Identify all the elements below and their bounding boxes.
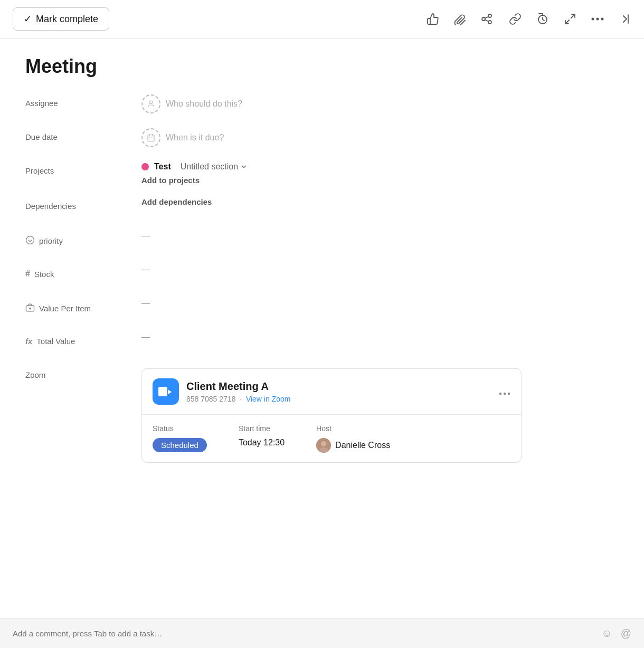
assignee-label: Assignee	[25, 94, 141, 108]
emoji-icon[interactable]: ☺	[601, 627, 612, 640]
bottom-bar-icons: ☺ @	[601, 627, 631, 640]
timer-icon[interactable]	[536, 13, 549, 25]
dependencies-row: Dependencies Add dependencies	[25, 197, 619, 218]
share-icon[interactable]	[480, 13, 494, 25]
zoom-start-time-label: Start time	[239, 424, 285, 433]
currency-icon	[25, 303, 35, 314]
priority-dash: —	[141, 231, 150, 241]
svg-line-6	[571, 14, 575, 18]
svg-point-9	[596, 18, 599, 21]
priority-value[interactable]: —	[141, 231, 619, 241]
projects-value: Test Untitled section Add to projects	[141, 162, 619, 185]
value-per-item-label: Value Per Item	[25, 299, 141, 314]
stock-dash: —	[141, 265, 150, 274]
svg-rect-13	[148, 135, 154, 141]
mark-complete-button[interactable]: ✓ Mark complete	[13, 7, 109, 31]
assignee-avatar-placeholder[interactable]	[141, 94, 160, 113]
add-to-projects-link[interactable]: Add to projects	[141, 176, 200, 185]
zoom-status-label: Status	[153, 424, 207, 433]
stock-row: # Stock —	[25, 265, 619, 286]
link-icon[interactable]	[509, 13, 522, 25]
toolbar-left: ✓ Mark complete	[13, 7, 109, 31]
bottom-bar: ☺ @	[0, 618, 644, 648]
stock-value[interactable]: —	[141, 265, 619, 274]
attachment-icon[interactable]	[454, 13, 466, 25]
due-date-row: Due date When is it due?	[25, 128, 619, 149]
project-color-dot	[141, 163, 149, 170]
priority-label: priority	[25, 231, 141, 246]
zoom-host-value: Danielle Cross	[316, 438, 390, 453]
zoom-icon	[153, 378, 179, 405]
svg-point-10	[601, 18, 604, 21]
svg-point-8	[592, 18, 594, 21]
svg-line-3	[485, 20, 489, 22]
zoom-logo-area: Client Meeting A 858 7085 2718 · View in…	[153, 378, 290, 405]
zoom-status-value: Scheduled	[153, 438, 207, 452]
zoom-label: Zoom	[25, 366, 141, 379]
value-per-item-row: Value Per Item —	[25, 299, 619, 320]
stock-label: # Stock	[25, 265, 141, 279]
zoom-card-header: Client Meeting A 858 7085 2718 · View in…	[142, 369, 521, 415]
host-avatar	[316, 438, 331, 453]
status-badge: Scheduled	[153, 438, 207, 452]
mark-complete-label: Mark complete	[36, 14, 98, 25]
zoom-card-details: Status Scheduled Start time Today 12:30 …	[142, 415, 521, 462]
dependencies-value[interactable]: Add dependencies	[141, 197, 619, 206]
zoom-status-col: Status Scheduled	[153, 424, 207, 452]
projects-row: Projects Test Untitled section Add to pr…	[25, 162, 619, 185]
svg-point-17	[26, 236, 34, 244]
zoom-start-time-value: Today 12:30	[239, 438, 285, 447]
project-entry[interactable]: Test Untitled section	[141, 162, 248, 171]
priority-icon	[25, 235, 35, 246]
zoom-card: Client Meeting A 858 7085 2718 · View in…	[141, 368, 522, 463]
zoom-meeting-info: Client Meeting A 858 7085 2718 · View in…	[186, 380, 290, 403]
projects-label: Projects	[25, 162, 141, 175]
zoom-view-link[interactable]: View in Zoom	[246, 395, 291, 403]
total-value-label: fx Total Value	[25, 332, 141, 346]
section-dropdown[interactable]: Untitled section	[181, 162, 248, 171]
formula-icon: fx	[25, 337, 32, 346]
zoom-host-label: Host	[316, 424, 390, 433]
thumbs-up-icon[interactable]	[427, 13, 439, 25]
add-dependencies-link[interactable]: Add dependencies	[141, 197, 212, 206]
tab-right-icon[interactable]	[619, 13, 631, 25]
comment-input[interactable]	[13, 629, 595, 638]
zoom-start-time-col: Start time Today 12:30	[239, 424, 285, 447]
zoom-host-col: Host Danielle Cross	[316, 424, 390, 453]
assignee-row: Assignee Who should do this?	[25, 94, 619, 116]
svg-line-4	[485, 17, 489, 18]
page-title[interactable]: Meeting	[25, 55, 619, 78]
total-value-value[interactable]: —	[141, 332, 619, 342]
toolbar-icons	[427, 13, 631, 25]
zoom-meeting-id: 858 7085 2718 · View in Zoom	[186, 395, 290, 403]
more-options-icon[interactable]	[591, 17, 604, 21]
project-name[interactable]: Test	[154, 162, 171, 171]
toolbar: ✓ Mark complete	[0, 0, 644, 39]
dependencies-label: Dependencies	[25, 197, 141, 211]
total-value-dash: —	[141, 332, 150, 342]
zoom-value: Client Meeting A 858 7085 2718 · View in…	[141, 366, 619, 463]
svg-point-12	[149, 101, 152, 103]
due-date-placeholder[interactable]: When is it due?	[166, 133, 224, 142]
assignee-placeholder[interactable]: Who should do this?	[166, 99, 242, 109]
due-date-value[interactable]: When is it due?	[141, 128, 619, 147]
main-content: Meeting Assignee Who should do this? Due…	[0, 39, 644, 492]
check-icon: ✓	[24, 13, 32, 25]
assignee-value[interactable]: Who should do this?	[141, 94, 619, 113]
svg-line-7	[565, 20, 569, 24]
svg-point-29	[321, 441, 326, 446]
mention-icon[interactable]: @	[621, 627, 631, 640]
svg-point-25	[499, 393, 501, 395]
zoom-meeting-title: Client Meeting A	[186, 380, 290, 393]
svg-point-26	[504, 393, 506, 395]
expand-icon[interactable]	[564, 13, 576, 25]
total-value-row: fx Total Value —	[25, 332, 619, 354]
value-per-item-value[interactable]: —	[141, 299, 619, 308]
due-date-icon-placeholder[interactable]	[141, 128, 160, 147]
priority-row: priority —	[25, 231, 619, 252]
value-per-item-dash: —	[141, 299, 150, 308]
zoom-row: Zoom	[25, 366, 619, 463]
due-date-label: Due date	[25, 128, 141, 141]
zoom-more-button[interactable]	[499, 385, 510, 398]
hash-icon: #	[25, 269, 30, 279]
